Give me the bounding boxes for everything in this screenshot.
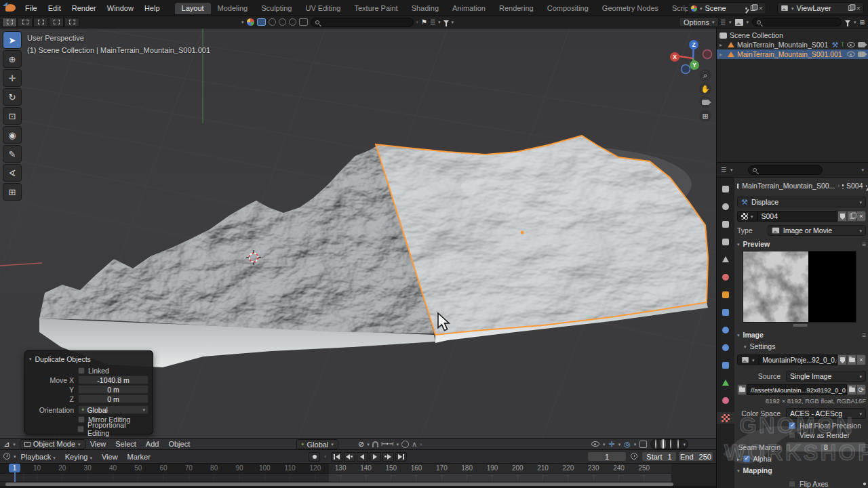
frame-end-field[interactable]: End250 (678, 451, 713, 462)
texture-browse-dropdown[interactable]: ▾ (737, 211, 757, 222)
hide-viewport-icon[interactable] (847, 52, 855, 57)
viewport-toggle-icon[interactable] (257, 18, 266, 26)
shading-material-icon[interactable] (668, 439, 673, 449)
workspace-tab[interactable]: Layout (175, 3, 211, 14)
outliner-row-object1[interactable]: ▸ MainTerrain_Mountain_S001 ⚒ ⊺ (717, 40, 868, 49)
modifier-tab-icon[interactable] (717, 306, 734, 318)
close-icon[interactable]: × (856, 5, 861, 12)
pin-icon[interactable] (866, 185, 867, 187)
menu-view[interactable]: View (97, 453, 123, 461)
menu-window[interactable]: Window (102, 4, 139, 12)
alpha-checkbox[interactable] (743, 455, 750, 462)
bookmark-icon[interactable]: ⚑ (421, 19, 427, 26)
xray-toggle-icon[interactable] (639, 441, 647, 448)
reload-icon[interactable]: ⟳ (856, 384, 866, 395)
close-icon[interactable]: × (759, 5, 763, 12)
tool-tab-icon[interactable] (717, 183, 734, 195)
constraints-tab-icon[interactable] (717, 359, 734, 371)
filepath-field[interactable]: //assets\Mountain...92x8192_0_0.exr (747, 384, 847, 395)
hide-viewport-icon[interactable] (847, 42, 855, 47)
shading-rendered-icon[interactable] (675, 439, 681, 449)
mirror-editing-checkbox[interactable] (78, 416, 85, 423)
editor-type-icon[interactable]: ☰ (721, 167, 726, 174)
workspace-tab[interactable]: Shading (405, 3, 446, 14)
menu-help[interactable]: Help (139, 4, 165, 12)
blender-logo-icon[interactable] (5, 4, 16, 12)
menu-marker[interactable]: Marker (123, 453, 155, 461)
browse-folder-icon[interactable] (847, 384, 856, 395)
current-frame-field[interactable]: 1 (587, 451, 627, 462)
viewlayer-tab-icon[interactable] (717, 236, 734, 247)
displace-dropdown[interactable]: ⚒ Displace▾ (737, 197, 866, 207)
new-collection-icon[interactable]: ⊞ (859, 19, 865, 26)
play-reverse-button[interactable] (357, 452, 368, 462)
chevron-down-icon[interactable]: ▾ (241, 20, 244, 24)
tool-icon[interactable]: ⊺ (841, 41, 844, 48)
workspace-tab[interactable]: Texture Paint (347, 3, 404, 14)
unlink-icon[interactable]: × (856, 354, 866, 365)
unlink-icon[interactable]: × (856, 211, 866, 222)
proportional-edit-icon[interactable] (401, 441, 409, 448)
viewport-search[interactable] (311, 18, 414, 27)
snap-target-icon[interactable]: ⊢•⊣ (381, 441, 394, 447)
jump-to-start-button[interactable] (331, 452, 342, 462)
playhead-line[interactable] (14, 472, 16, 482)
gizmo-x-axis[interactable]: X (670, 52, 679, 62)
record-button[interactable] (309, 452, 320, 462)
proportional-editing-checkbox[interactable] (77, 426, 84, 432)
display-filter-icon[interactable] (735, 19, 743, 26)
workspace-tab[interactable]: Rendering (492, 3, 540, 14)
select-mode-extend[interactable] (18, 18, 33, 27)
file-icon[interactable] (737, 384, 747, 395)
menu-render[interactable]: Render (66, 4, 102, 12)
filter-funnel-icon[interactable] (443, 20, 449, 24)
preview-resize-handle[interactable] (793, 324, 808, 327)
workspace-tab[interactable]: Compositing (540, 3, 595, 14)
next-keyframe-button[interactable] (382, 452, 394, 462)
select-mode-new[interactable] (2, 18, 17, 27)
jump-to-end-button[interactable] (395, 452, 407, 462)
mapping-section-header[interactable]: ▾Mapping (737, 466, 866, 474)
falloff-curve-icon[interactable]: ∧ (412, 440, 417, 449)
breadcrumb-texture[interactable]: S004 (846, 182, 863, 190)
menu-object[interactable]: Object (163, 440, 195, 448)
frame-start-field[interactable]: Start1 (642, 451, 677, 462)
duplicate-objects-panel[interactable]: ▾ Duplicate Objects Linked Move X-1040.8… (24, 350, 153, 434)
move-z-field[interactable]: 0 m (78, 394, 149, 403)
image-browse-dropdown[interactable]: ▾ (737, 354, 759, 365)
data-tab-icon[interactable] (717, 377, 734, 388)
modifier-wrench-icon[interactable]: ⚒ (831, 41, 838, 49)
prev-keyframe-button[interactable] (344, 452, 355, 462)
collapse-icon[interactable]: ▾ (29, 357, 32, 361)
select-mode-subtract[interactable] (33, 18, 48, 27)
display-mode-icon[interactable]: ☰ (430, 19, 435, 26)
image-name-field[interactable]: MountainProje...92_0_0.exr.003 (759, 354, 837, 365)
breadcrumb-object[interactable]: MainTerrain_Mountain_S00... (742, 182, 835, 190)
menu-keying[interactable]: Keying ▾ (60, 453, 97, 461)
physics-tab-icon[interactable] (717, 342, 734, 353)
playhead-badge[interactable]: 1 (9, 464, 20, 472)
falloff-toggle-icon[interactable] (279, 18, 286, 26)
view-as-render-checkbox[interactable] (789, 432, 795, 439)
disable-render-icon[interactable] (858, 52, 865, 57)
shading-wireframe-icon[interactable] (653, 439, 658, 449)
particles-tab-icon[interactable] (717, 324, 734, 336)
expand-icon[interactable]: ▸ (719, 52, 725, 58)
workspace-tab[interactable]: UV Editing (298, 3, 347, 14)
gizmo-toggle-icon[interactable]: ✛ (609, 440, 615, 449)
gizmo-z-axis[interactable]: Z (689, 40, 698, 49)
workspace-tab[interactable]: Animation (446, 3, 492, 14)
menu-file[interactable]: File (20, 4, 43, 12)
alpha-section-header[interactable]: ▸ Alpha (737, 455, 866, 463)
pin-icon[interactable] (745, 7, 747, 9)
scene-tab-icon[interactable] (717, 253, 734, 265)
copy-icon[interactable] (848, 5, 852, 11)
texture-name-field[interactable]: S004 (757, 211, 837, 222)
editor-type-icon[interactable]: ⊿ (0, 440, 13, 449)
flip-axes-checkbox[interactable] (789, 481, 795, 487)
workspace-tab[interactable]: Geometry Nodes (595, 3, 665, 14)
sphere-toggle-icon[interactable] (269, 18, 276, 26)
outliner-row-object2[interactable]: ▸ MainTerrain_Mountain_S001.001 (717, 49, 868, 59)
move-x-field[interactable]: -1040.8 m (78, 375, 149, 384)
texture-preview[interactable] (743, 251, 856, 323)
